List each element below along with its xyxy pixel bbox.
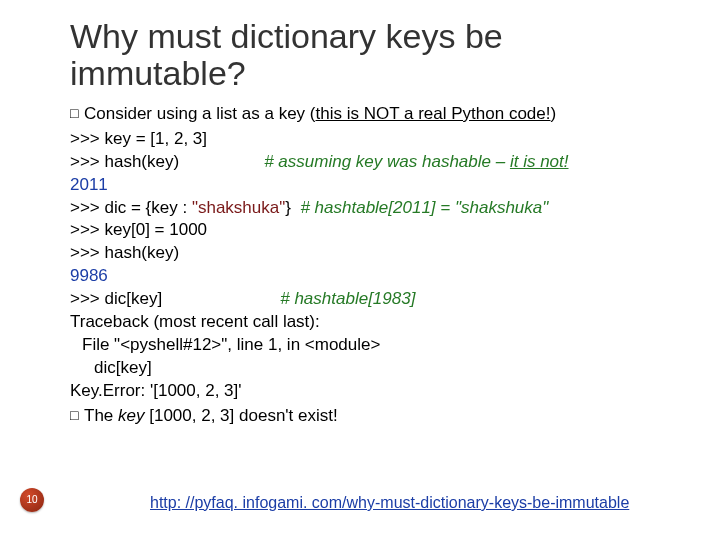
- bullet-text-1c: ): [550, 104, 556, 123]
- footer-link: http: //pyfaq. infogami. com/why-must-di…: [150, 494, 629, 512]
- code-line-10: File "<pyshell#12>", line 1, in <module>: [70, 334, 672, 357]
- slide: Why must dictionary keys be immutable? □…: [0, 0, 720, 540]
- code-line-3: 2011: [70, 174, 672, 197]
- source-link[interactable]: http: //pyfaq. infogami. com/why-must-di…: [150, 494, 629, 511]
- comment-2: # assuming key was hashable – it is not!: [264, 152, 568, 171]
- comment-8: # hashtable[1983]: [280, 289, 415, 308]
- bullet-icon: □: [70, 104, 84, 123]
- page-number-badge: 10: [20, 488, 44, 512]
- code-line-5: >>> key[0] = 1000: [70, 219, 672, 242]
- slide-body: □Consider using a list as a key (this is…: [70, 103, 672, 428]
- code-l8a: >>> dic[key]: [70, 289, 162, 308]
- comment-4: # hashtable[2011] = "shakshuka": [300, 198, 548, 217]
- bullet-doesnt-exist: □The key [1000, 2, 3] doesn't exist!: [70, 405, 672, 428]
- code-line-7: 9986: [70, 265, 672, 288]
- code-line-8: >>> dic[key] # hashtable[1983]: [70, 288, 672, 311]
- code-line-1: >>> key = [1, 2, 3]: [70, 128, 672, 151]
- c2-key: key: [356, 152, 382, 171]
- bullet-2-pre: The: [84, 406, 118, 425]
- code-l4b: }: [285, 198, 291, 217]
- code-line-11: dic[key]: [70, 357, 672, 380]
- bullet-icon: □: [70, 406, 84, 425]
- code-line-4: >>> dic = {key : "shakshuka"} # hashtabl…: [70, 197, 672, 220]
- c2-post: was hashable –: [382, 152, 510, 171]
- c2-emph: it is not!: [510, 152, 569, 171]
- bullet-2-key: key: [118, 406, 144, 425]
- code-line-12: Key.Error: '[1000, 2, 3]': [70, 380, 672, 403]
- code-l1: >>> key = [1, 2, 3]: [70, 129, 207, 148]
- bullet-2-tail: [1000, 2, 3] doesn't exist!: [145, 406, 338, 425]
- code-l4a: >>> dic = {key :: [70, 198, 192, 217]
- c2-pre: # assuming: [264, 152, 356, 171]
- code-l2a: >>> hash(key): [70, 152, 179, 171]
- slide-title: Why must dictionary keys be immutable?: [70, 18, 672, 93]
- code-l4q: "shakshuka": [192, 198, 285, 217]
- code-line-2: >>> hash(key) # assuming key was hashabl…: [70, 151, 672, 174]
- code-line-9: Traceback (most recent call last):: [70, 311, 672, 334]
- code-line-6: >>> hash(key): [70, 242, 672, 265]
- bullet-consider: □Consider using a list as a key (this is…: [70, 103, 672, 126]
- bullet-text-1a: Consider using a list as a key (: [84, 104, 316, 123]
- code-block: >>> key = [1, 2, 3] >>> hash(key) # assu…: [70, 128, 672, 403]
- bullet-text-1b: this is NOT a real Python code!: [316, 104, 551, 123]
